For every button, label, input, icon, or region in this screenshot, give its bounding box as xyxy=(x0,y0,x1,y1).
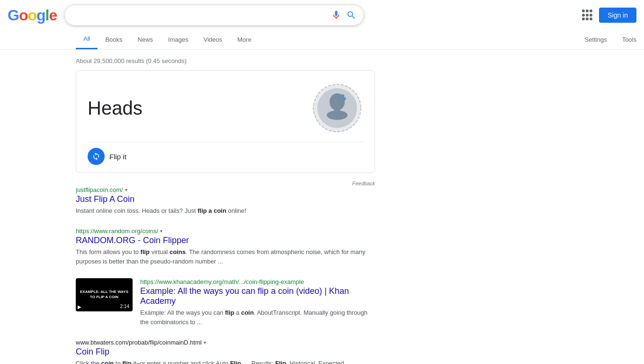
tab-images-label: Images xyxy=(168,36,188,43)
result-snippet: Instant online coin toss. Heads or tails… xyxy=(76,206,375,216)
feedback-link[interactable]: Feedback xyxy=(352,181,375,186)
result-snippet: Click the coin to flip it–or enter a num… xyxy=(76,359,375,364)
tab-videos-label: Videos xyxy=(204,36,223,43)
flip-it-row: Flip it xyxy=(88,142,363,165)
flip-arrow-icon xyxy=(92,152,100,161)
sign-in-button[interactable]: Sign in xyxy=(599,8,636,23)
result-dropdown-arrow[interactable]: ▾ xyxy=(204,340,206,345)
tab-videos[interactable]: Videos xyxy=(196,30,230,49)
tab-news[interactable]: News xyxy=(130,30,161,49)
result-url: justflipacoin.com/ xyxy=(76,186,123,193)
result-title-link[interactable]: Coin Flip xyxy=(76,347,375,357)
tab-more-label: More xyxy=(237,36,251,43)
results-area: About 29,500,000 results (0.45 seconds) … xyxy=(0,50,644,364)
result-url-row: https://www.khanacademy.org/math/.../coi… xyxy=(140,278,375,285)
tab-images[interactable]: Images xyxy=(161,30,196,49)
tab-all[interactable]: All xyxy=(76,29,98,49)
result-url: https://www.khanacademy.org/math/.../coi… xyxy=(140,278,304,285)
tab-books[interactable]: Books xyxy=(98,30,130,49)
result-item: justflipacoin.com/ ▾ Just Flip A Coin In… xyxy=(76,186,375,216)
coin-image xyxy=(311,82,363,134)
tab-all-label: All xyxy=(83,35,90,42)
tab-more[interactable]: More xyxy=(230,30,259,49)
coin-result-text: Heads xyxy=(88,98,143,119)
result-thumbnail[interactable]: EXAMPLE: ALL THE WAYSTO FLIP A COIN ▶ 2:… xyxy=(76,278,133,311)
result-right: https://www.khanacademy.org/math/.../coi… xyxy=(140,278,375,328)
result-item: www.btwaters.com/probab/flip/coinmainD.h… xyxy=(76,339,375,364)
result-dropdown-arrow[interactable]: ▾ xyxy=(125,187,127,192)
result-dropdown-arrow[interactable]: ▾ xyxy=(160,228,162,234)
google-logo: Google xyxy=(8,7,57,24)
tab-books-label: Books xyxy=(105,36,122,43)
result-snippet: This form allows you to flip virtual coi… xyxy=(76,247,375,267)
result-url: www.btwaters.com/probab/flip/coinmainD.h… xyxy=(76,339,202,346)
thumb-text: EXAMPLE: ALL THE WAYSTO FLIP A COIN xyxy=(78,288,130,301)
search-icons xyxy=(331,10,357,20)
result-title-link[interactable]: Example: All the ways you can flip a coi… xyxy=(140,286,375,306)
result-item-with-thumb: EXAMPLE: ALL THE WAYSTO FLIP A COIN ▶ 2:… xyxy=(76,278,375,328)
microphone-icon[interactable] xyxy=(331,10,341,20)
search-submit-icon[interactable] xyxy=(346,10,357,20)
feedback-row: Feedback xyxy=(76,181,375,186)
result-url-row: https://www.random.org/coins/ ▾ xyxy=(76,228,375,235)
tools-link[interactable]: Tools xyxy=(615,30,644,49)
google-logo-link[interactable]: Google xyxy=(8,7,57,24)
svg-point-4 xyxy=(327,110,348,120)
coin-flip-card: Heads xyxy=(76,70,375,173)
coin-flip-top: Heads xyxy=(88,82,363,134)
flip-it-label: Flip it xyxy=(109,153,126,161)
video-duration: 2:14 xyxy=(119,303,131,309)
result-snippet: Example: All the ways you can flip a coi… xyxy=(140,308,375,328)
nav-right: Settings Tools xyxy=(577,30,644,49)
apps-grid-icon[interactable] xyxy=(582,9,593,21)
result-url-row: justflipacoin.com/ ▾ xyxy=(76,186,375,193)
search-bar: flip a coin xyxy=(64,5,364,26)
result-item: https://www.random.org/coins/ ▾ RANDOM.O… xyxy=(76,228,375,267)
result-url: https://www.random.org/coins/ xyxy=(76,228,158,235)
results-count: About 29,500,000 results (0.45 seconds) xyxy=(76,54,568,70)
search-input[interactable]: flip a coin xyxy=(72,11,331,19)
play-icon: ▶ xyxy=(78,304,81,309)
header-right: Sign in xyxy=(582,8,636,23)
result-title-link[interactable]: Just Flip A Coin xyxy=(76,194,375,204)
result-url-row: www.btwaters.com/probab/flip/coinmainD.h… xyxy=(76,339,375,346)
nav-tabs: All Books News Images Videos More Settin… xyxy=(0,29,644,50)
tab-news-label: News xyxy=(138,36,153,43)
flip-it-button[interactable] xyxy=(88,148,105,165)
header: Google flip a coin xyxy=(0,0,644,27)
search-bar-wrapper: flip a coin xyxy=(64,5,364,26)
result-title-link[interactable]: RANDOM.ORG - Coin Flipper xyxy=(76,236,375,246)
settings-link[interactable]: Settings xyxy=(577,30,615,49)
